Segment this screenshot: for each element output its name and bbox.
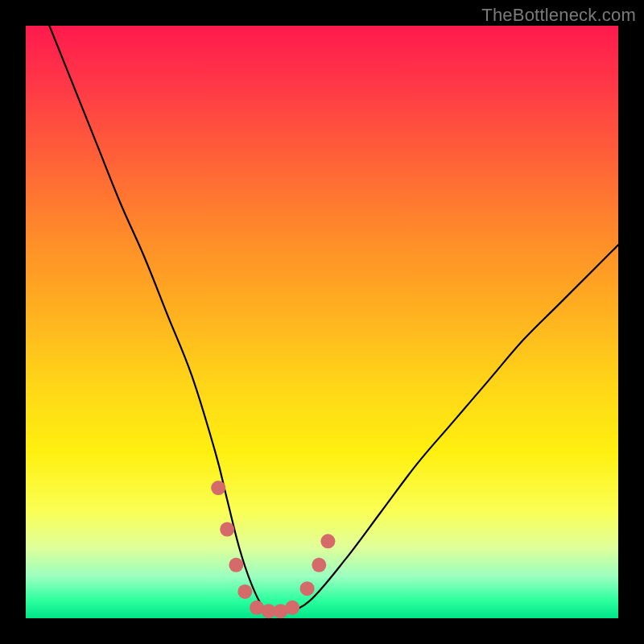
threshold-dot (211, 481, 225, 495)
threshold-dot (300, 581, 315, 596)
chart-frame: TheBottleneck.com (0, 0, 644, 644)
threshold-dot (220, 522, 234, 537)
threshold-dots (211, 481, 335, 618)
threshold-dot (285, 601, 299, 615)
bottleneck-curve (49, 26, 618, 613)
curve-layer (26, 26, 618, 618)
watermark-text: TheBottleneck.com (481, 5, 636, 26)
threshold-dot (237, 584, 252, 599)
threshold-dot (312, 558, 326, 572)
threshold-dot (229, 558, 243, 572)
plot-area (26, 26, 618, 618)
threshold-dot (320, 534, 335, 548)
